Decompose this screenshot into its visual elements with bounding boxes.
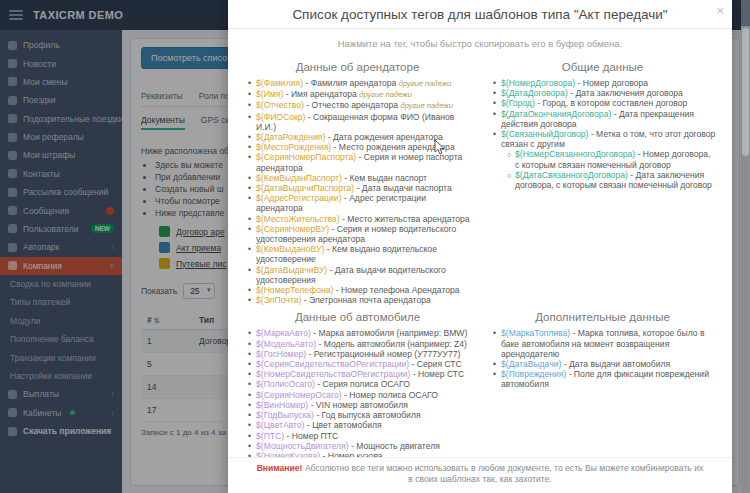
close-icon[interactable]: × bbox=[716, 4, 724, 17]
tag-link[interactable]: $(ДатаДоговора) bbox=[501, 88, 568, 98]
tag-link[interactable]: $(ЦветАвто) bbox=[256, 420, 305, 430]
tag-list-item: $(СерияНомерВУ) - Серия и номер водитель… bbox=[256, 224, 471, 244]
tag-link[interactable]: $(МестоРождения) bbox=[256, 142, 331, 152]
tag-description: - Серия СТС bbox=[412, 359, 462, 369]
tag-link[interactable]: $(СвязанныйДоговор) bbox=[501, 129, 588, 139]
tag-link[interactable]: $(ДатаВыдачиПаспорта) bbox=[256, 183, 354, 193]
tag-description: - Мощность двигателя bbox=[351, 441, 440, 451]
tag-description: - Фамилия арендатора bbox=[305, 78, 396, 88]
tag-link[interactable]: $(ДатаСвязанногоДоговора) bbox=[515, 170, 628, 180]
tag-list-item: $(НомерКузова) - Номер кузова bbox=[256, 451, 471, 457]
tag-description: - Марка автомобиля (например: BMW) bbox=[313, 328, 467, 338]
tag-link[interactable]: $(ПолисОсаго) bbox=[256, 379, 315, 389]
other-cases-link[interactable]: другие падежи bbox=[401, 101, 453, 110]
mouse-cursor bbox=[434, 139, 446, 156]
tag-link[interactable]: $(АдресРегистрации) bbox=[256, 193, 342, 203]
tag-link[interactable]: $(Фамилия) bbox=[256, 78, 303, 88]
modal-subtitle: Нажмите на тег, чтобы быстро скопировать… bbox=[228, 38, 732, 49]
other-cases-link[interactable]: другие падежи bbox=[399, 79, 451, 88]
tag-link[interactable]: $(НомерСвязанногоДоговора) bbox=[515, 149, 635, 159]
tag-link[interactable]: $(НомерТелефона) bbox=[256, 285, 333, 295]
tag-link[interactable]: $(МаркаТоплива) bbox=[501, 328, 570, 338]
tag-description: - Номер ПТС bbox=[287, 431, 339, 441]
tag-link[interactable]: $(Повреждения) bbox=[501, 369, 566, 379]
tag-link[interactable]: $(ДатаВыдачиВУ) bbox=[256, 265, 327, 275]
tag-link[interactable]: $(ЭлПочта) bbox=[256, 295, 301, 305]
tag-link[interactable]: $(СерияНомерОсаго) bbox=[256, 390, 342, 400]
tag-list-item: $(ЦветАвто) - Цвет автомобиля bbox=[256, 420, 471, 430]
tag-link[interactable]: $(ДатаВыдачи) bbox=[501, 359, 561, 369]
tag-link[interactable]: $(ГодВыпуска) bbox=[256, 410, 314, 420]
tag-section: Общие данные$(НомерДоговора) - Номер дог… bbox=[489, 55, 716, 305]
tag-link[interactable]: $(Город) bbox=[501, 98, 535, 108]
tag-list-item: $(НомерСвидетельстваОРегистрации) - Номе… bbox=[256, 369, 471, 379]
tag-description: - Город, в котором составлен договор bbox=[537, 98, 687, 108]
tag-list: $(МаркаТоплива) - Марка топлива, которое… bbox=[489, 328, 716, 389]
tag-description: - Дата заключения договора bbox=[570, 88, 683, 98]
tag-list: $(НомерДоговора) - Номер договора$(ДатаД… bbox=[489, 78, 716, 190]
tag-link[interactable]: $(СерияНомерВУ) bbox=[256, 224, 329, 234]
tag-list-item: $(СерияСвидетельстваОРегистрации) - Сери… bbox=[256, 359, 471, 369]
tag-link[interactable]: $(ПТС) bbox=[256, 431, 284, 441]
warning-label: Внимание! bbox=[257, 463, 303, 473]
other-cases-link[interactable]: другие падежи bbox=[359, 90, 411, 99]
tag-link[interactable]: $(МестоЖительства) bbox=[256, 214, 340, 224]
tag-link[interactable]: $(СерияСвидетельстваОРегистрации) bbox=[256, 359, 409, 369]
tag-link[interactable]: $(МаркаАвто) bbox=[256, 328, 311, 338]
tag-link[interactable]: $(ВинНомер) bbox=[256, 400, 308, 410]
tag-description: - Элетронная почта арендатора bbox=[304, 295, 431, 305]
tag-link[interactable]: $(ДатаОкончанияДоговора) bbox=[501, 109, 611, 119]
tag-list-item: $(МаркаТоплива) - Марка топлива, которое… bbox=[501, 328, 716, 359]
tag-list-item: $(КемВыданПаспорт) - Кем выдан паспорт bbox=[256, 173, 471, 183]
tag-list-item: $(СерияНомерОсаго) - Номер полиса ОСАГО bbox=[256, 390, 471, 400]
tag-description: - Год выпуска автомобиля bbox=[316, 410, 420, 420]
tag-list-item: $(ЭлПочта) - Элетронная почта арендатора bbox=[256, 295, 471, 305]
tags-modal: Список доступных тегов для шаблонов типа… bbox=[228, 0, 732, 493]
tag-section-title: Общие данные bbox=[489, 61, 716, 73]
tag-link[interactable]: $(Отчество) bbox=[256, 100, 304, 110]
tag-link[interactable]: $(ДатаРождения) bbox=[256, 132, 325, 142]
tag-list-item: $(МаркаАвто) - Марка автомобиля (наприме… bbox=[256, 328, 471, 338]
tag-section: Дополнительные данные$(МаркаТоплива) - М… bbox=[489, 305, 716, 457]
tag-list-item: $(Город) - Город, в котором составлен до… bbox=[501, 98, 716, 108]
tag-link[interactable]: $(ФИОСокр) bbox=[256, 112, 305, 122]
tag-list-item: $(СвязанныйДоговор) - Метка о том, что э… bbox=[501, 129, 716, 149]
tag-link[interactable]: $(ГосНомер) bbox=[256, 349, 306, 359]
modal-header: Список доступных тегов для шаблонов типа… bbox=[228, 0, 732, 29]
tag-description: - Отчество арендатора bbox=[306, 100, 398, 110]
tag-list: $(МаркаАвто) - Марка автомобиля (наприме… bbox=[244, 328, 471, 457]
tag-link[interactable]: $(КемВыданоВУ) bbox=[256, 244, 324, 254]
tag-list-item: $(МощностьДвигателя) - Мощность двигател… bbox=[256, 441, 471, 451]
tag-list: $(Фамилия) - Фамилия арендатора другие п… bbox=[244, 78, 471, 305]
tag-description: - Дата выдачи автомобиля bbox=[564, 359, 671, 369]
tag-link[interactable]: $(НомерДоговора) bbox=[501, 78, 575, 88]
tag-list-item: $(ДатаВыдачиВУ) - Дата выдачи водительск… bbox=[256, 265, 471, 285]
tag-list-item: $(МодельАвто) - Модель автомобиля (напри… bbox=[256, 339, 471, 349]
tag-link[interactable]: $(КемВыданПаспорт) bbox=[256, 173, 342, 183]
tag-list-item: $(Имя) - Имя арендатора другие падежи bbox=[256, 89, 471, 100]
tag-description: - Имя арендатора bbox=[286, 89, 357, 99]
tag-description: - Номер договора bbox=[578, 78, 648, 88]
tag-section-title: Данные об автомобиле bbox=[244, 311, 471, 323]
tag-link[interactable]: $(МодельАвто) bbox=[256, 339, 316, 349]
tag-description: - Номер СТС bbox=[413, 369, 464, 379]
tag-list-item: $(ДатаСвязанногоДоговора) - Дата заключе… bbox=[515, 170, 716, 190]
tag-link[interactable]: $(Имя) bbox=[256, 89, 283, 99]
tag-list-item: $(КемВыданоВУ) - Кем выдано водительское… bbox=[256, 244, 471, 264]
tag-link[interactable]: $(НомерСвидетельстваОРегистрации) bbox=[256, 369, 410, 379]
tag-description: - Регистрационный номер (У777УУ77) bbox=[309, 349, 461, 359]
tag-section: Данные об автомобиле$(МаркаАвто) - Марка… bbox=[244, 305, 471, 457]
tag-description: - Серия полиса ОСАГО bbox=[317, 379, 410, 389]
modal-warning: Внимание! Абсолютно все теги можно испол… bbox=[228, 457, 732, 493]
tag-section-title: Данные об арендаторе bbox=[244, 61, 471, 73]
tag-link[interactable]: $(МощностьДвигателя) bbox=[256, 441, 349, 451]
tag-list-item: $(НомерТелефона) - Номер телефона Аренда… bbox=[256, 285, 471, 295]
scrollbar-thumb[interactable] bbox=[742, 28, 749, 156]
tag-list-item: $(Отчество) - Отчество арендатора другие… bbox=[256, 100, 471, 111]
modal-title: Список доступных тегов для шаблонов типа… bbox=[250, 7, 710, 22]
tag-link[interactable]: $(НомерКузова) bbox=[256, 451, 320, 457]
tag-list-item: $(ВинНомер) - VIN номер автомобиля bbox=[256, 400, 471, 410]
tag-description: - Цвет автомобиля bbox=[307, 420, 382, 430]
tag-description: - Дата выдачи паспорта bbox=[357, 183, 452, 193]
tag-link[interactable]: $(СерияНомерПаспорта) bbox=[256, 152, 356, 162]
